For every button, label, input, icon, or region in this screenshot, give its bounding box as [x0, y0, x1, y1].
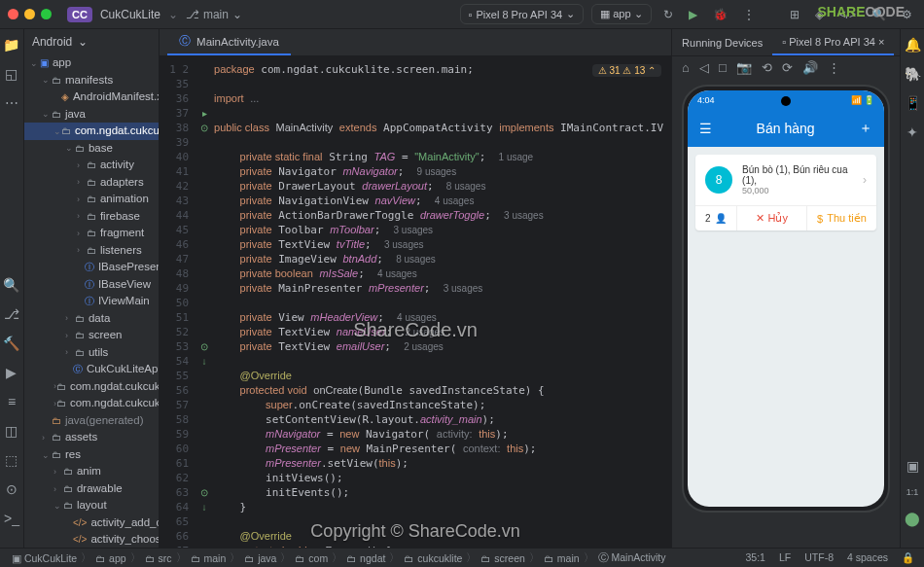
- right-tool-rail: 🔔 🐘 📱 ✦ ▣ 1:1 ⬤: [900, 29, 924, 548]
- tree-layout[interactable]: ⌄🗀layout: [24, 497, 159, 514]
- tree-app-class[interactable]: ⒸCukCukLiteApplication: [24, 361, 159, 378]
- sync-icon[interactable]: ↻: [659, 6, 677, 23]
- more-tool-icon[interactable]: ⋯: [5, 95, 18, 111]
- build-tool-icon[interactable]: 🔨: [3, 336, 19, 351]
- vcs-branch[interactable]: ⎇ main ⌄: [186, 8, 242, 21]
- debug-icon[interactable]: 🐞: [709, 6, 731, 23]
- status-bar: ▣ CukCukLite〉🗀 app〉🗀 src〉🗀 main〉🗀 java〉🗀…: [0, 548, 924, 567]
- tree-l1[interactable]: </>activity_add_dish.xml: [24, 514, 159, 532]
- android-icon[interactable]: ⬤: [905, 511, 920, 526]
- order-card[interactable]: 8 Bún bò (1), Bún riêu cua (1), 50,000 ›…: [695, 155, 876, 230]
- tree-listeners[interactable]: ›🗀listeners: [24, 242, 159, 260]
- tree-l2[interactable]: </>activity_choose_dish_default.x: [24, 531, 159, 548]
- dev-back-icon[interactable]: ◁: [699, 60, 709, 75]
- line-separator[interactable]: LF: [779, 551, 791, 564]
- gradle-icon[interactable]: 🐘: [905, 66, 921, 82]
- dev-rotate2-icon[interactable]: ⟳: [782, 60, 793, 75]
- pay-button[interactable]: $ Thu tiền: [807, 206, 876, 230]
- build-variant-icon[interactable]: ◫: [5, 423, 18, 439]
- tree-anim[interactable]: ›🗀anim: [24, 463, 159, 480]
- sidebar-header[interactable]: Android ⌄: [24, 29, 159, 54]
- device-mgr-icon[interactable]: 📱: [905, 95, 921, 111]
- run-tool-icon[interactable]: ▶: [6, 365, 17, 380]
- more-run-icon[interactable]: ⋮: [739, 6, 759, 23]
- window-controls: [8, 9, 52, 19]
- dev-home-icon[interactable]: ⌂: [682, 60, 690, 75]
- app-bar: ☰ Bán hàng ＋: [688, 110, 884, 147]
- close-window[interactable]: [8, 9, 18, 19]
- emulator-icon[interactable]: ▣: [906, 458, 919, 474]
- notif-icon[interactable]: 🔔: [905, 37, 921, 53]
- encoding[interactable]: UTF-8: [804, 551, 834, 564]
- run-icon[interactable]: ▶: [685, 6, 701, 23]
- readonly-icon[interactable]: 🔒: [902, 551, 914, 564]
- device-selector[interactable]: ▫ Pixel 8 Pro API 34 ⌄: [460, 4, 585, 24]
- tree-ibaseview[interactable]: ⒾIBaseView: [24, 276, 159, 294]
- cancel-button[interactable]: ✕ Hủy: [737, 206, 807, 230]
- tree-res[interactable]: ⌄🗀res: [24, 446, 159, 464]
- camera-notch: [781, 96, 791, 106]
- tree-java-gen[interactable]: 🗀java (generated): [24, 412, 159, 430]
- dev-rotate-icon[interactable]: ⟲: [762, 60, 772, 75]
- code-editor[interactable]: package com.ngdat.cukcuklite.screen.main…: [214, 56, 671, 548]
- project-tool-icon[interactable]: 📁: [3, 37, 19, 53]
- table-badge: 8: [705, 166, 732, 194]
- line-gutter: 1 2 35 36 37 38 39 40 41 42 43 44 45 46 …: [160, 56, 195, 548]
- ai-icon[interactable]: ✦: [906, 124, 918, 140]
- order-price: 50,000: [742, 186, 853, 195]
- gutter-icons: ▸⊙⊙↓⊙↓: [195, 56, 214, 548]
- add-icon[interactable]: ＋: [859, 120, 872, 137]
- tree-data[interactable]: ›🗀data: [24, 310, 159, 328]
- tree-firebase[interactable]: ›🗀firebase: [24, 208, 159, 226]
- tree-base[interactable]: ⌄🗀base: [24, 140, 159, 158]
- tree-adapters[interactable]: ›🗀adapters: [24, 174, 159, 192]
- tree-pkg[interactable]: ⌄🗀com.ngdat.cukcuklite: [24, 123, 159, 140]
- indent[interactable]: 4 spaces: [847, 551, 888, 564]
- tree-drawable[interactable]: ›🗀drawable: [24, 480, 159, 498]
- menu-icon[interactable]: ☰: [699, 121, 712, 136]
- order-items: Bún bò (1), Bún riêu cua (1),: [742, 164, 853, 186]
- device-tab[interactable]: ▫ Pixel 8 Pro API 34 ×: [772, 30, 894, 55]
- minimize-window[interactable]: [24, 9, 35, 19]
- inspection-badge[interactable]: ⚠ 31 ⚠ 13 ⌃: [592, 64, 661, 77]
- search-tool-icon[interactable]: 🔍: [3, 277, 19, 293]
- tree-java[interactable]: ⌄🗀java: [24, 106, 159, 124]
- tree-assets[interactable]: ›🗀assets: [24, 429, 159, 446]
- dev-more-icon[interactable]: ⋮: [828, 60, 840, 75]
- tab-mainactivity[interactable]: ⒸMainActivity.java: [167, 29, 291, 55]
- tree-manifests[interactable]: ⌄🗀manifests: [24, 72, 159, 89]
- maximize-window[interactable]: [41, 9, 52, 19]
- ratio-icon[interactable]: 1:1: [906, 487, 919, 497]
- terminal2-icon[interactable]: >_: [4, 511, 19, 526]
- problems-icon[interactable]: ⊙: [6, 481, 18, 497]
- dev-recents-icon[interactable]: □: [719, 60, 727, 75]
- tree-manifest-file[interactable]: ◈AndroidManifest.xml: [24, 89, 159, 106]
- tree-activity[interactable]: ›🗀activity: [24, 157, 159, 174]
- dev-screenshot-icon[interactable]: 📷: [736, 60, 752, 75]
- running-tab[interactable]: Running Devices: [672, 31, 772, 54]
- resource-tool-icon[interactable]: ◱: [5, 66, 18, 82]
- titlebar: CC CukCukLite ⌄ ⎇ main ⌄ ▫ Pixel 8 Pro A…: [0, 0, 924, 29]
- logcat-tool-icon[interactable]: ≡: [8, 394, 16, 409]
- tool1-icon[interactable]: ⊞: [786, 6, 803, 23]
- tree-pkg-android[interactable]: ›🗀com.ngdat.cukcuklite (androidTe: [24, 378, 159, 396]
- tree-iviewmain[interactable]: ⒾIViewMain: [24, 293, 159, 310]
- tree-fragment[interactable]: ›🗀fragment: [24, 225, 159, 242]
- vcs-tool-icon[interactable]: ⎇: [4, 306, 19, 322]
- terminal-icon[interactable]: ⬚: [5, 452, 18, 468]
- editor-tabs: ⒸMainActivity.java: [160, 29, 671, 56]
- dev-vol-icon[interactable]: 🔊: [802, 60, 818, 75]
- tree-pkg-test[interactable]: ›🗀com.ngdat.cukcuklite (test): [24, 395, 159, 412]
- caret-position[interactable]: 35:1: [746, 551, 765, 564]
- tree-screen[interactable]: ›🗀screen: [24, 327, 159, 344]
- tree-animation[interactable]: ›🗀animation: [24, 191, 159, 208]
- guest-count: 2 👤: [695, 206, 737, 230]
- tree-utils[interactable]: ›🗀utils: [24, 344, 159, 362]
- device-screen[interactable]: 4:04 📶 🔋 ☰ Bán hàng ＋ 8 Bún bò (1), Bún …: [688, 90, 884, 507]
- breadcrumbs[interactable]: ▣ CukCukLite〉🗀 app〉🗀 src〉🗀 main〉🗀 java〉🗀…: [0, 551, 668, 565]
- editor-area: ⒸMainActivity.java ⚠ 31 ⚠ 13 ⌃ 1 2 35 36…: [160, 29, 671, 548]
- tree-ibasepresenter[interactable]: ⒾIBasePresenter: [24, 259, 159, 276]
- tree-app[interactable]: ⌄▣app: [24, 54, 159, 72]
- project-name[interactable]: CukCukLite: [100, 8, 160, 21]
- run-config-selector[interactable]: ▦ app ⌄: [591, 4, 651, 24]
